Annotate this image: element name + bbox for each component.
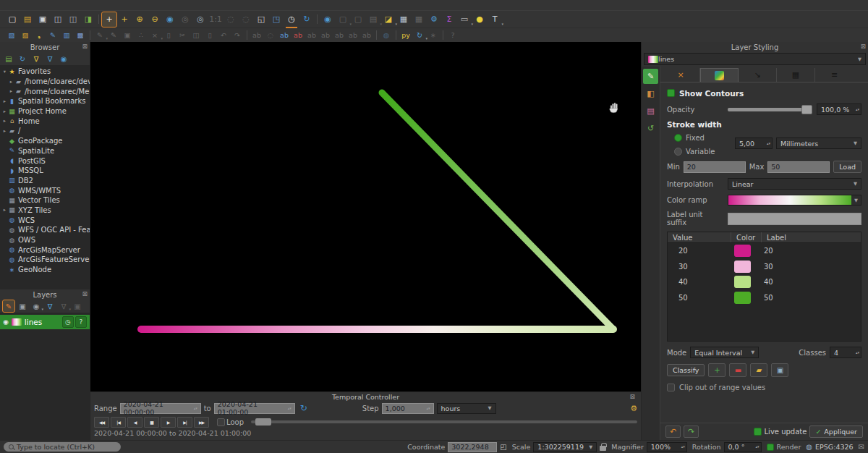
manage-map-themes-button[interactable]: ◉ (30, 300, 42, 312)
stroke-unit-select[interactable]: Millimeters ▼ (776, 137, 861, 149)
expand-arrow-icon[interactable]: ▸ (8, 88, 14, 94)
temporal-slider[interactable] (251, 420, 637, 423)
step-input[interactable]: 1,000 ▴▾ (382, 403, 434, 414)
spin-arrows-icon[interactable]: ▴▾ (286, 407, 292, 410)
redo-button[interactable]: ↷ (231, 29, 244, 41)
rewind-button[interactable]: ◀◀ (94, 417, 109, 428)
label-unit-suffix-input[interactable] (728, 213, 861, 225)
general-settings-tab[interactable]: × (662, 68, 700, 82)
opacity-slider-handle[interactable] (801, 105, 812, 114)
statistics-button[interactable]: Σ (442, 12, 456, 27)
expand-arrow-icon[interactable]: ▸ (1, 98, 8, 104)
mode-select[interactable]: Equal Interval ▼ (690, 347, 759, 358)
symbology-tab[interactable]: ✎ (643, 69, 658, 84)
new-3d-map-view-button[interactable]: ◳ (269, 12, 284, 27)
clip-checkbox[interactable] (667, 384, 675, 391)
table-row[interactable]: 50 50 (668, 290, 861, 306)
select-by-value-button[interactable]: ▤ (366, 12, 380, 27)
classify-button[interactable]: Classify (667, 364, 705, 376)
fixed-radio[interactable] (674, 134, 682, 142)
text-annotation-button[interactable]: T (488, 12, 502, 27)
close-icon[interactable]: ⊠ (629, 393, 635, 400)
zoom-to-selection-button[interactable]: ◎ (178, 12, 192, 27)
deselect-features-button[interactable]: ▢ (351, 12, 365, 27)
expand-arrow-icon[interactable]: ▸ (1, 109, 8, 114)
labeling-options-button[interactable]: ab (278, 29, 291, 41)
layer-diagram-button[interactable]: ◌ (264, 29, 277, 41)
add-feature-button[interactable]: ∴ (135, 29, 148, 41)
new-map-view-button[interactable]: ◱ (254, 12, 268, 27)
add-delimited-text-button[interactable]: ❟ (33, 29, 46, 41)
filter-browser-button[interactable]: ∇ (30, 53, 42, 64)
processing-toolbox-button[interactable]: ⚙ (427, 12, 441, 27)
properties-widget-button[interactable]: ◉ (58, 53, 69, 64)
class-color-swatch[interactable] (731, 245, 762, 257)
history-tab[interactable]: ↺ (643, 121, 658, 136)
fast-forward-button[interactable]: ▶▶ (194, 417, 209, 428)
load-classes-button[interactable]: ▰ (750, 363, 767, 377)
skip-to-start-button[interactable]: |◀ (111, 417, 126, 428)
browser-item-xyz-tiles[interactable]: ▸ ▦ XYZ Tiles (0, 206, 90, 216)
zoom-native-button[interactable]: 1:1 (208, 12, 223, 27)
close-icon[interactable]: ⊠ (860, 43, 866, 50)
temporal-slider-handle[interactable] (255, 418, 271, 426)
remove-layer-button[interactable]: ▣ (72, 300, 83, 312)
live-update-checkbox[interactable] (754, 428, 762, 436)
rotate-label-button[interactable]: ab (346, 29, 359, 41)
remove-class-button[interactable]: ▬ (729, 363, 746, 377)
locate-input[interactable]: Type to locate (Ctrl+K) (4, 442, 121, 452)
range-start-input[interactable]: 2020-04-21 00:00:00 ▴▾ (120, 403, 201, 414)
browser-item-vector-tiles[interactable]: ▦ Vector Tiles (0, 195, 90, 206)
browser-item-geonode[interactable]: ∗ GeoNode (0, 265, 90, 275)
spin-arrows-icon[interactable]: ▴▾ (192, 407, 197, 410)
apply-button[interactable]: ✓ Appliquer (809, 426, 863, 438)
identify-features-button[interactable]: ◉ (320, 12, 335, 27)
python-console-button[interactable]: py (399, 29, 412, 41)
browser-item-wms-wmts[interactable]: ◍ WMS/WMTS (0, 185, 90, 195)
browser-item-wcs[interactable]: ◍ WCS (0, 215, 90, 225)
open-project-button[interactable]: ▤ (20, 12, 35, 27)
contours-tab[interactable] (700, 68, 739, 82)
add-postgis-layer-button[interactable]: ▥ (60, 29, 73, 41)
interpolation-select[interactable]: Linear ▼ (728, 178, 861, 190)
browser-item-spatialite[interactable]: ✎ SpatiaLite (0, 146, 90, 156)
color-ramp-button[interactable]: ▼ (728, 195, 861, 206)
crs-status-button[interactable]: EPSG:4326 (815, 443, 854, 451)
add-class-button[interactable]: + (708, 363, 726, 377)
extents-icon[interactable]: ◰ (500, 443, 506, 451)
copy-features-button[interactable]: ◫ (190, 29, 203, 41)
save-project-button[interactable]: ▣ (35, 12, 50, 27)
map-tips-button[interactable]: ● (472, 12, 487, 27)
new-project-button[interactable]: ▢ (5, 12, 20, 27)
scale-select[interactable]: 1:302259119 ▼ (533, 442, 597, 452)
pan-map-button[interactable]: + (102, 12, 116, 27)
browser-item-wfs-ogc-api-featu[interactable]: ◍ WFS / OGC API - Featu (0, 225, 90, 235)
step-back-button[interactable]: ◀ (127, 417, 142, 428)
temporal-controller-button[interactable]: ◷ (284, 12, 299, 27)
max-input[interactable]: 50 (767, 161, 830, 173)
add-vector-layer-button[interactable]: ▧ (5, 29, 18, 41)
paste-features-button[interactable]: ▯ (203, 29, 216, 41)
attribute-table-button[interactable]: ▦ (396, 12, 411, 27)
magnifier-input[interactable]: 100% ▴▾ (647, 442, 687, 452)
browser-item-mssql[interactable]: ◗ MSSQL (0, 166, 90, 176)
close-icon[interactable]: ⊠ (82, 43, 88, 50)
render-checkbox[interactable] (767, 444, 774, 451)
help-button[interactable]: ? (446, 29, 459, 41)
opacity-input[interactable]: 100,0 % ▴▾ (817, 103, 861, 115)
zoom-full-button[interactable]: ◉ (163, 12, 177, 27)
pan-to-selection-button[interactable]: + (117, 12, 132, 27)
browser-item-geopackage[interactable]: ◆ GeoPackage (0, 136, 90, 146)
variable-radio[interactable] (674, 148, 682, 156)
class-color-swatch[interactable] (731, 261, 762, 273)
debug-button[interactable]: ∗ (427, 29, 440, 41)
expand-arrow-icon[interactable]: ▸ (1, 118, 8, 124)
spin-arrows-icon[interactable]: ▴▾ (854, 108, 859, 111)
step-unit-select[interactable]: hours ▼ (437, 403, 496, 414)
browser-item-arcgisfeatureserver[interactable]: ◍ ArcGisFeatureServer (0, 255, 90, 265)
add-raster-layer-button[interactable]: ▨ (19, 29, 32, 41)
min-input[interactable]: 20 (684, 161, 746, 173)
stroke-width-input[interactable]: 5,00 ▴▾ (735, 137, 773, 149)
map-annotations-button[interactable]: ◪ (381, 12, 396, 27)
browser-item-spatial-bookmarks[interactable]: ▸ ▮ Spatial Bookmarks (0, 96, 90, 106)
